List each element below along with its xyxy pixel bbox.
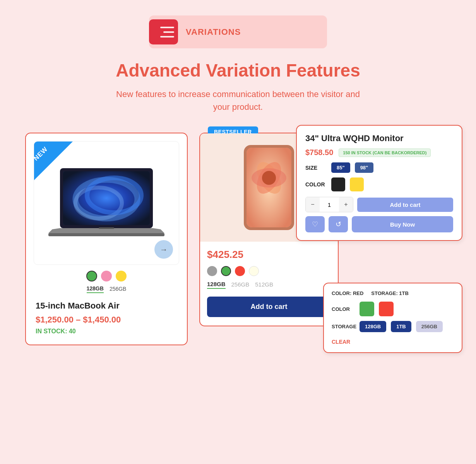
cards-row: NEW: [25, 133, 451, 345]
vp-storage-label: STORAGE: [332, 324, 355, 329]
macbook-storage-128gb[interactable]: 128GB: [87, 285, 104, 293]
quantity-increase-button[interactable]: +: [339, 197, 353, 212]
badge-icon: [149, 19, 178, 44]
monitor-panel: 34" Ultra WQHD Monitor $758.50 150 IN ST…: [296, 125, 462, 241]
page-title: Advanced Variation Features: [116, 60, 360, 81]
vp-storage-1tb[interactable]: 1TB: [391, 321, 411, 332]
phone-color-swatches: [207, 266, 331, 276]
monitor-swatch-black[interactable]: [331, 177, 345, 191]
monitor-size-row: SIZE 85" 98": [305, 162, 453, 173]
macbook-storage-256gb[interactable]: 256GB: [110, 285, 127, 293]
monitor-buy-now-button[interactable]: Buy Now: [352, 216, 453, 232]
vp-storage-256gb[interactable]: 256GB: [416, 321, 443, 332]
macbook-card-inner: NEW: [26, 133, 187, 345]
variation-panel-header: COLOR: RED STORAGE: 1TB: [332, 290, 454, 296]
macbook-swatch-yellow[interactable]: [116, 271, 127, 281]
phone-swatch-red[interactable]: [235, 266, 245, 276]
variation-tag-color: COLOR: RED: [332, 290, 363, 296]
monitor-stock-badge: 150 IN STOCK (CAN BE BACKORDERED): [339, 148, 431, 157]
phone-storage-256gb[interactable]: 256GB: [231, 281, 250, 289]
vp-color-swatch-green[interactable]: [360, 302, 374, 316]
macbook-swatch-pink[interactable]: [101, 271, 112, 281]
svg-rect-7: [99, 227, 114, 229]
badge-label: VARIATIONS: [186, 27, 241, 37]
badge-line-2: [163, 31, 174, 33]
vp-color-swatch-red[interactable]: [379, 302, 394, 316]
monitor-compare-button[interactable]: ↺: [329, 216, 348, 232]
monitor-size-98[interactable]: 98": [355, 162, 374, 173]
phone-storage-512gb[interactable]: 512GB: [255, 281, 273, 289]
macbook-image-area: NEW: [34, 141, 179, 265]
vp-storage-row: STORAGE 128GB 1TB 256GB: [332, 321, 454, 332]
macbook-card: NEW: [25, 133, 188, 345]
phone-card-body: $425.25 128GB 256GB 512GB Add to cart: [200, 242, 338, 326]
macbook-storage-options: 128GB 256GB: [34, 285, 179, 293]
phone-swatch-light-yellow[interactable]: [249, 266, 259, 276]
monitor-action-row: ♡ ↺ Buy Now: [305, 216, 453, 232]
monitor-quantity-row: − + Add to cart: [305, 197, 453, 212]
phone-image: [234, 143, 304, 232]
vp-storage-128gb[interactable]: 128GB: [360, 321, 386, 332]
monitor-wishlist-button[interactable]: ♡: [305, 216, 325, 232]
monitor-price-row: $758.50 150 IN STOCK (CAN BE BACKORDERED…: [305, 148, 453, 157]
phone-price: $425.25: [207, 249, 331, 261]
page-subtitle: New features to increase communication b…: [112, 88, 364, 113]
monitor-swatch-yellow[interactable]: [350, 177, 364, 191]
monitor-size-label: SIZE: [305, 165, 327, 171]
quantity-decrease-button[interactable]: −: [306, 197, 320, 212]
svg-point-14: [262, 171, 276, 185]
phone-add-to-cart-button[interactable]: Add to cart: [207, 297, 331, 317]
vp-color-row: COLOR: [332, 302, 454, 316]
vp-clear-button[interactable]: CLEAR: [332, 339, 350, 345]
monitor-size-85[interactable]: 85": [331, 162, 350, 173]
monitor-add-to-cart-button[interactable]: Add to cart: [357, 198, 453, 212]
quantity-input[interactable]: [320, 198, 339, 211]
arrow-next-button[interactable]: →: [154, 240, 173, 259]
vp-color-label: COLOR: [332, 306, 355, 312]
phone-storage-options: 128GB 256GB 512GB: [207, 281, 331, 289]
monitor-color-row: COLOR: [305, 177, 453, 191]
monitor-title: 34" Ultra WQHD Monitor: [305, 133, 453, 143]
phone-swatch-gray[interactable]: [207, 266, 217, 276]
badge-line-1: [160, 27, 174, 28]
badge-line-3: [160, 36, 174, 38]
quantity-input-area: − +: [305, 197, 353, 212]
macbook-stock: IN STOCK: 40: [34, 328, 179, 335]
macbook-price: $1,250.00 – $1,450.00: [34, 315, 179, 325]
monitor-color-label: COLOR: [305, 181, 327, 188]
phone-swatch-green[interactable]: [221, 266, 231, 276]
phone-storage-128gb[interactable]: 128GB: [207, 281, 226, 289]
variation-tag-storage: STORAGE: 1TB: [371, 290, 409, 296]
monitor-price: $758.50: [305, 148, 333, 157]
header-badge: VARIATIONS: [149, 15, 327, 48]
macbook-product-name: 15-inch MacBook Air: [34, 301, 179, 311]
new-ribbon: [34, 142, 73, 180]
svg-rect-6: [48, 233, 164, 236]
macbook-color-swatches: [34, 271, 179, 281]
variation-panel: COLOR: RED STORAGE: 1TB COLOR STORAGE 12…: [323, 283, 462, 353]
macbook-swatch-green[interactable]: [86, 271, 97, 281]
